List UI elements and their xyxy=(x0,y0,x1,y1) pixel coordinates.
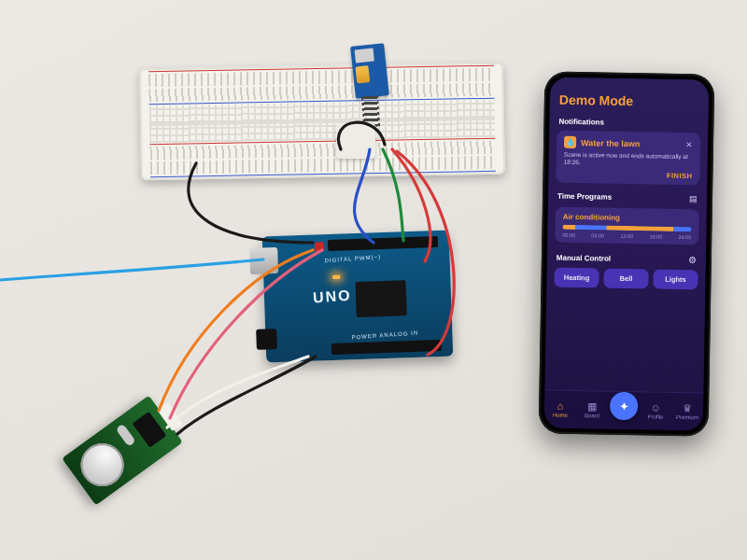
timeline-tick: 00:00 xyxy=(562,232,575,238)
photo-stage: DIGITAL PWM(~) UNO POWER ANALOG IN xyxy=(0,0,747,560)
arduino-power-led xyxy=(332,275,340,279)
action-icon[interactable]: ✦ xyxy=(610,392,639,421)
premium-icon: ♛ xyxy=(683,403,692,413)
section-title-notifications: Notifications xyxy=(549,113,708,131)
profile-icon: ☺ xyxy=(650,402,660,413)
arduino-mcu-chip xyxy=(355,280,406,317)
timeline-tick: 06:00 xyxy=(591,233,604,239)
rtc-crystal xyxy=(116,424,136,447)
nav-label: Profile xyxy=(647,413,663,419)
gear-icon[interactable]: ⚙ xyxy=(688,255,697,265)
home-icon: ⌂ xyxy=(557,401,564,412)
list-icon[interactable]: ▤ xyxy=(689,194,698,203)
arduino-digital-label: DIGITAL PWM(~) xyxy=(324,254,381,263)
smartphone: Demo Mode Notifications 💧 Water the lawn… xyxy=(539,71,715,436)
phone-screen[interactable]: Demo Mode Notifications 💧 Water the lawn… xyxy=(544,77,710,431)
rtc-module xyxy=(62,396,182,506)
level-shifter xyxy=(336,123,375,159)
nav-label: Board xyxy=(585,413,599,418)
nav-label: Premium xyxy=(676,414,698,420)
arduino-uno: DIGITAL PWM(~) UNO POWER ANALOG IN xyxy=(262,231,454,363)
section-title-manual-control: Manual Control xyxy=(557,250,612,267)
arduino-digital-header xyxy=(328,236,438,251)
manual-control-pill[interactable]: Lights xyxy=(653,270,698,290)
nav-item-profile[interactable]: ☺Profile xyxy=(640,392,672,430)
timeline-tick: 18:00 xyxy=(649,234,662,240)
bluetooth-module xyxy=(350,43,389,98)
nav-label: Home xyxy=(553,413,568,418)
water-icon: 💧 xyxy=(564,136,576,148)
nav-item-home[interactable]: ⌂Home xyxy=(544,390,577,428)
nav-center-action[interactable]: ✦ xyxy=(608,392,641,430)
timeline-tick: 12:00 xyxy=(620,233,633,239)
timeline-tick: 24:00 xyxy=(678,234,691,240)
arduino-power-jack xyxy=(256,329,277,350)
arduino-reset-button xyxy=(315,242,324,251)
board-icon: ▦ xyxy=(587,401,597,412)
app-header: Demo Mode xyxy=(550,91,709,116)
close-icon[interactable]: ✕ xyxy=(685,140,693,149)
breadboard xyxy=(139,63,505,181)
rtc-connector xyxy=(157,402,183,431)
rtc-coin-cell xyxy=(72,435,132,495)
manual-control-pill[interactable]: Heating xyxy=(554,268,599,288)
manual-control-pills: HeatingBellLights xyxy=(546,268,705,294)
time-program-card[interactable]: Air conditioning 00:0006:0012:0018:0024:… xyxy=(555,207,699,245)
nav-item-premium[interactable]: ♛Premium xyxy=(671,393,704,431)
notification-body: Scene is active now and ends automatical… xyxy=(564,148,693,171)
nav-item-board[interactable]: ▦Board xyxy=(576,391,609,429)
arduino-power-analog-header xyxy=(331,340,442,355)
notification-card[interactable]: 💧 Water the lawn ✕ Scene is active now a… xyxy=(556,131,700,186)
arduino-usb-port xyxy=(249,247,278,274)
manual-control-pill[interactable]: Bell xyxy=(603,269,648,289)
notification-title: Water the lawn xyxy=(581,138,681,149)
section-title-time-programs: Time Programs xyxy=(557,189,612,205)
arduino-board-label: UNO xyxy=(312,287,352,307)
bottom-navbar: ⌂Home▦Board✦☺Profile♛Premium xyxy=(544,389,704,430)
finish-button[interactable]: FINISH xyxy=(563,168,692,180)
arduino-power-label: POWER ANALOG IN xyxy=(351,330,418,341)
